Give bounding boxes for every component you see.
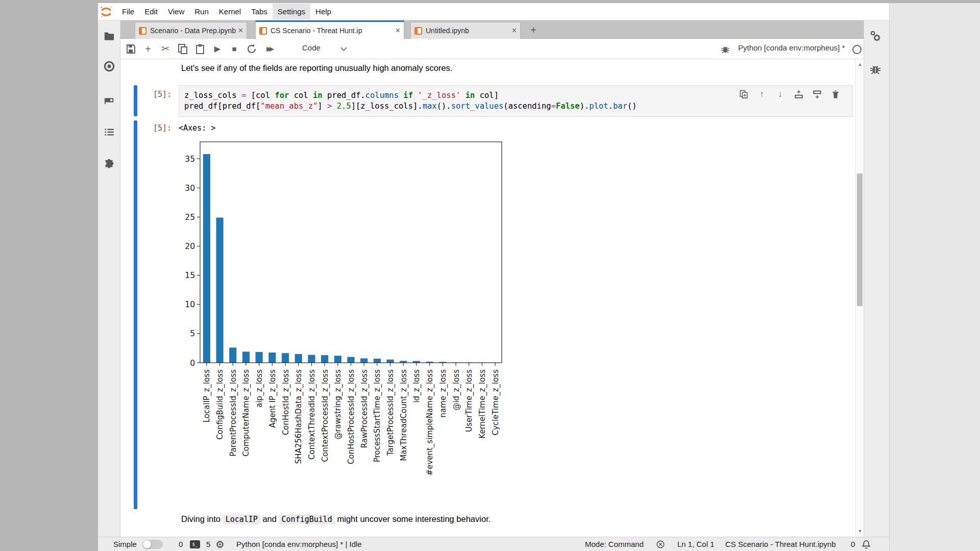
statusbar-filename: CS Scenario - Threat Hunt.ipynb — [725, 537, 836, 551]
kernel-status-icon[interactable] — [852, 45, 862, 54]
move-cell-down-icon[interactable]: ↓ — [774, 89, 786, 100]
markdown-text: Diving into — [181, 514, 223, 523]
svg-text:0: 0 — [190, 359, 195, 368]
menu-edit[interactable]: Edit — [139, 4, 163, 19]
scroll-up-icon[interactable]: ▲ — [856, 60, 864, 68]
save-icon[interactable] — [124, 43, 137, 55]
jupyter-logo-icon — [100, 5, 113, 18]
duplicate-cell-icon[interactable] — [738, 89, 749, 100]
bar-ParentProcessId_z_loss — [229, 347, 236, 363]
kernel-chip-icon[interactable] — [215, 540, 225, 549]
menu-tabs[interactable]: Tabs — [246, 4, 273, 19]
bar-ConHostProcessId_z_loss — [347, 357, 354, 363]
paste-cells-icon[interactable] — [193, 43, 207, 55]
tab-3[interactable]: Untitled.ipynb× — [410, 22, 521, 39]
menu-bar: FileEditViewRunKernelTabsSettingsHelp — [98, 3, 889, 20]
command-mode-indicator[interactable]: Mode: Command — [585, 537, 644, 551]
menu-help[interactable]: Help — [310, 4, 336, 19]
bar-chart-output: 05101520253035LocalIP_z_lossConfigBuild_… — [181, 139, 518, 516]
input-prompt: [5]: — [136, 90, 172, 99]
menu-run[interactable]: Run — [189, 4, 214, 19]
inline-code: ConfigBuild — [279, 514, 335, 524]
tab-bar: Scenario - Data Prep.ipynb×CS Scenario -… — [120, 20, 864, 39]
svg-text:20: 20 — [185, 242, 195, 251]
svg-text:CycleTime_z_loss: CycleTime_z_loss — [491, 369, 501, 436]
scroll-down-icon[interactable]: ▼ — [856, 527, 864, 535]
svg-text:UserTime_z_loss: UserTime_z_loss — [464, 369, 474, 432]
menu-kernel[interactable]: Kernel — [214, 4, 246, 19]
markdown-cell-intro[interactable]: Let's see if any of the fields are repor… — [181, 63, 452, 73]
copy-cells-icon[interactable] — [176, 43, 189, 55]
markdown-cell-closing[interactable]: Diving into LocalIP and ConfigBuild migh… — [181, 514, 491, 524]
toolbar-debugger-icon[interactable] — [719, 43, 732, 55]
menu-settings[interactable]: Settings — [273, 4, 310, 19]
scrollbar-thumb[interactable] — [857, 173, 863, 306]
terminal-icon[interactable]: $_ — [190, 540, 200, 548]
bar-RawProcessId_z_loss — [360, 358, 368, 363]
table-of-contents-icon[interactable] — [104, 127, 115, 138]
running-kernels-icon[interactable] — [104, 61, 115, 72]
right-sidebar — [864, 20, 889, 537]
menu-file[interactable]: File — [117, 4, 139, 19]
svg-text:MaxThreadCount_z_loss: MaxThreadCount_z_loss — [399, 369, 409, 461]
cut-cells-icon[interactable]: ✂ — [159, 43, 172, 55]
notebook-file-icon — [139, 27, 146, 35]
output-collapser[interactable] — [134, 120, 137, 509]
svg-text:id_z_loss: id_z_loss — [412, 369, 422, 403]
tab-2[interactable]: CS Scenario - Threat Hunt.ip× — [255, 20, 404, 39]
notebook-scrollbar[interactable]: ▲ ▼ — [855, 59, 864, 537]
insert-cell-icon[interactable]: + — [141, 43, 155, 55]
svg-text:SHA256HashData_z_loss: SHA256HashData_z_loss — [294, 369, 304, 464]
svg-text:#event_simpleName_z_loss: #event_simpleName_z_loss — [425, 369, 435, 476]
notebook-toolbar: + ✂ ▶ ■ ▶▶ Code — [120, 39, 864, 59]
jupyterlab-window: FileEditViewRunKernelTabsSettingsHelp — [98, 3, 889, 551]
svg-text:ParentProcessId_z_loss: ParentProcessId_z_loss — [229, 369, 238, 457]
cursor-position[interactable]: Ln 1, Col 1 — [677, 537, 715, 551]
menu-view[interactable]: View — [163, 4, 189, 19]
bar-ConfigBuild_z_loss — [216, 218, 223, 363]
matplotlib-bar-chart: 05101520253035LocalIP_z_lossConfigBuild_… — [181, 139, 518, 516]
svg-text:@id_z_loss: @id_z_loss — [452, 369, 461, 411]
notebook-file-icon — [414, 27, 422, 35]
output-prompt: [5]: — [136, 123, 172, 133]
restart-kernel-icon[interactable] — [245, 43, 258, 55]
new-tab-button[interactable]: + — [527, 23, 540, 37]
close-icon[interactable]: × — [238, 27, 243, 34]
delete-cell-icon[interactable] — [829, 89, 841, 100]
move-cell-up-icon[interactable]: ↑ — [756, 89, 768, 100]
notebook-panel: Let's see if any of the fields are repor… — [120, 59, 855, 537]
svg-text:15: 15 — [185, 271, 195, 280]
menu-items: FileEditViewRunKernelTabsSettingsHelp — [117, 4, 336, 19]
markdown-text: might uncover some interesting behavior. — [335, 514, 491, 523]
tab-1[interactable]: Scenario - Data Prep.ipynb× — [135, 22, 247, 39]
bar-ProcessStartTime_z_loss — [374, 359, 381, 363]
file-browser-icon[interactable] — [104, 30, 115, 41]
stop-kernel-icon[interactable]: ■ — [228, 43, 241, 55]
svg-text:aip_z_loss: aip_z_loss — [255, 369, 264, 408]
insert-cell-above-icon[interactable] — [793, 89, 804, 100]
chevron-down-icon[interactable] — [337, 43, 350, 55]
close-icon[interactable]: × — [396, 27, 400, 34]
desktop: FileEditViewRunKernelTabsSettingsHelp — [0, 0, 980, 551]
debugger-icon[interactable] — [869, 62, 882, 76]
svg-text:ContextProcessId_z_loss: ContextProcessId_z_loss — [321, 369, 330, 462]
svg-text:KernelTime_z_loss: KernelTime_z_loss — [478, 369, 487, 439]
run-cell-icon[interactable]: ▶ — [211, 43, 224, 55]
close-icon[interactable]: × — [512, 27, 517, 34]
trust-indicator-icon[interactable] — [656, 540, 665, 549]
svg-text:@rawstring_z_loss: @rawstring_z_loss — [333, 369, 343, 440]
run-all-cells-icon[interactable]: ▶▶ — [262, 43, 276, 55]
insert-cell-below-icon[interactable] — [811, 89, 823, 100]
svg-text:ComputerName_z_loss: ComputerName_z_loss — [241, 369, 251, 457]
gpu-dashboard-icon[interactable] — [104, 94, 115, 106]
bell-icon[interactable] — [861, 539, 871, 549]
property-inspector-icon[interactable] — [869, 30, 882, 43]
cell-type-dropdown[interactable]: Code — [302, 43, 321, 52]
simple-mode-toggle[interactable] — [142, 540, 163, 549]
kernel-name[interactable]: Python [conda env:morpheus] * — [738, 43, 845, 52]
svg-text:30: 30 — [185, 184, 195, 193]
simple-mode-label: Simple — [113, 537, 137, 551]
kernel-status-text[interactable]: Python [conda env:morpheus] * | Idle — [236, 537, 362, 551]
extension-manager-icon[interactable] — [104, 158, 115, 169]
bar-TargetProcessId_z_loss — [387, 360, 394, 363]
